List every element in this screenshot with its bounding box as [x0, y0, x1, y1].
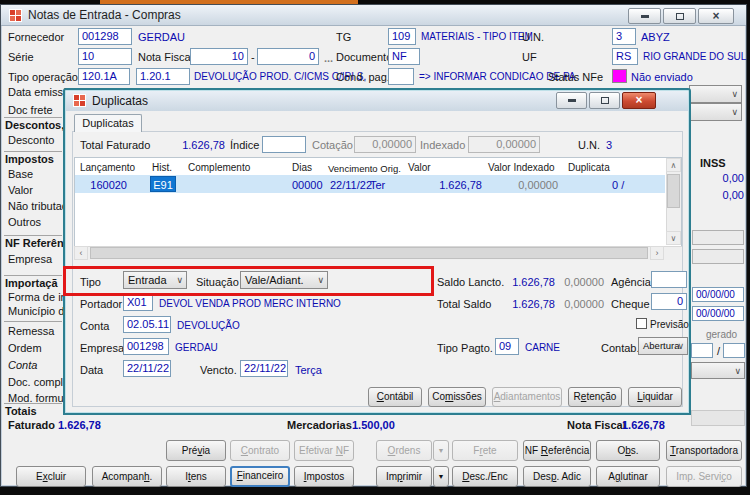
horizontal-scroll-thumb[interactable]: [90, 247, 648, 259]
dialog-maximize-button[interactable]: [589, 92, 620, 109]
cheque-input[interactable]: 0: [651, 293, 687, 310]
status-nfe-text: Não enviado: [631, 71, 693, 83]
cond-pag-label: Cond. pag.: [336, 71, 390, 83]
cell-hist-editor[interactable]: E91: [150, 176, 176, 192]
imprimir-dropdown-button[interactable]: ▼: [433, 466, 449, 487]
chevron-up-icon: ∧: [671, 161, 677, 170]
serie-label: Série: [8, 51, 34, 63]
aglutinar-button[interactable]: Aglutinar: [596, 466, 660, 487]
tipo-operacao-input2[interactable]: 1.20.1: [136, 68, 190, 85]
data-emissao-combo[interactable]: ∨: [689, 85, 742, 103]
tab-duplicatas[interactable]: Duplicatas: [74, 114, 142, 132]
adiantamentos-button[interactable]: Adiantamentos: [492, 387, 562, 407]
cell-valor: 1.626,78: [420, 179, 482, 191]
scroll-down-button[interactable]: ∨: [666, 231, 681, 245]
dialog-close-button[interactable]: ×: [622, 92, 656, 109]
doc-frete-combo[interactable]: ∨: [689, 103, 742, 121]
nota-fiscal-more-button[interactable]: ...: [324, 52, 333, 64]
dialog-un-label: U.N.: [578, 139, 600, 151]
minimize-button[interactable]: [628, 8, 661, 24]
cond-pag-input[interactable]: [388, 68, 414, 85]
uf-input[interactable]: RS: [612, 48, 638, 65]
desp-adic-button[interactable]: Desp. Adic: [523, 466, 591, 487]
serie-input[interactable]: 10: [78, 48, 132, 65]
scroll-up-button[interactable]: ∧: [666, 158, 681, 172]
right-combo[interactable]: ∨: [691, 362, 745, 379]
close-icon: ×: [712, 9, 719, 23]
frete-button[interactable]: Frete: [452, 440, 518, 461]
right-date-2[interactable]: 00/00/00: [692, 306, 744, 321]
vencto-input[interactable]: 22/11/22: [240, 360, 288, 377]
close-button[interactable]: ×: [698, 8, 734, 24]
previsao-checkbox[interactable]: [636, 318, 647, 329]
transportadora-button[interactable]: Transportadora: [666, 440, 742, 461]
retencao-button[interactable]: Retenção: [568, 387, 622, 407]
imprimir-button[interactable]: Imprimir: [376, 466, 432, 487]
desc-enc-button[interactable]: Desc./Enc: [452, 466, 518, 487]
scroll-left-button[interactable]: ‹: [74, 246, 88, 260]
right-field-1[interactable]: [692, 230, 744, 245]
inss-value-2: 0,00: [700, 189, 744, 201]
imp-servico-button[interactable]: Imp. Serviço: [666, 466, 742, 487]
indice-input[interactable]: [262, 136, 306, 153]
doc-frete-label: Doc frete: [8, 104, 53, 116]
data-input[interactable]: 22/11/22: [123, 360, 171, 377]
chevron-right-icon: ›: [656, 248, 659, 258]
scroll-right-button[interactable]: ›: [650, 246, 664, 260]
documento-input[interactable]: NF: [388, 48, 420, 65]
ordens-dropdown-button[interactable]: ▼: [433, 440, 449, 461]
sidebar-item-base: Base: [8, 168, 33, 180]
maximize-button[interactable]: [663, 8, 696, 24]
right-field-3[interactable]: [691, 343, 713, 358]
sidebar-item-valor: Valor: [8, 184, 33, 196]
totais-header: Totais: [5, 405, 37, 417]
conta-input[interactable]: 02.05.11: [123, 316, 171, 333]
col-duplicata: Duplicata: [568, 162, 610, 173]
empresa-input[interactable]: 001298: [123, 338, 169, 355]
chevron-down-icon: ∨: [731, 86, 738, 102]
excluir-button[interactable]: Excluir: [16, 466, 86, 487]
dialog-icon: [73, 94, 86, 107]
contab-select[interactable]: Abertura∨: [638, 337, 688, 355]
portador-input[interactable]: X01: [123, 294, 153, 311]
comissoes-button[interactable]: Comissões: [428, 387, 486, 407]
acompanhamento-button[interactable]: Acompanh.: [92, 466, 162, 487]
right-field-2[interactable]: [692, 249, 744, 264]
cotacao-label: Cotação: [312, 139, 353, 151]
maximize-icon: [601, 97, 609, 104]
tipo-pagto-input[interactable]: 09: [495, 338, 519, 355]
agencia-input[interactable]: [651, 271, 687, 288]
un-input[interactable]: 3: [612, 28, 636, 45]
right-field-4[interactable]: [723, 343, 745, 358]
sidebar-group-descontos: Descontos,: [5, 119, 64, 131]
tg-label: TG: [336, 31, 351, 43]
indice-label: Índice: [230, 139, 259, 151]
financeiro-button[interactable]: Financeiro: [230, 466, 290, 487]
impostos-button[interactable]: Impostos: [294, 466, 354, 487]
cell-dia-semana: Ter: [370, 179, 385, 191]
mercadorias-label: Mercadorias: [287, 419, 352, 431]
efetivar-nf-button[interactable]: Efetivar NF: [294, 440, 354, 461]
vertical-scroll-thumb[interactable]: [667, 174, 680, 208]
previa-button[interactable]: Prévia: [166, 440, 226, 461]
tipo-operacao-label: Tipo operação: [8, 71, 78, 83]
ordens-button[interactable]: Ordens: [376, 440, 432, 461]
itens-button[interactable]: Itens: [166, 466, 226, 487]
contabil-button[interactable]: Contábil: [368, 387, 422, 407]
nota-fiscal-sufix-input[interactable]: 0: [257, 48, 319, 65]
nf-referencia-button[interactable]: NF Referência: [523, 440, 591, 461]
contrato-button[interactable]: Contrato: [230, 440, 290, 461]
col-valor-indexado: Valor Indexado: [488, 162, 555, 173]
tg-input[interactable]: 109: [388, 28, 416, 45]
tipo-operacao-input1[interactable]: 120.1A: [78, 68, 130, 85]
saldo-lancto-value: 1.626,78: [500, 276, 555, 288]
dialog-minimize-button[interactable]: [556, 92, 587, 109]
sidebar-item-empresa: Empresa: [8, 253, 52, 265]
right-date-1[interactable]: 00/00/00: [692, 287, 744, 302]
liquidar-button[interactable]: Liquidar: [628, 387, 682, 407]
nota-fiscal-input[interactable]: 10: [190, 48, 248, 65]
obs-button[interactable]: Obs.: [596, 440, 660, 461]
chevron-down-icon: ∨: [734, 363, 741, 378]
fornecedor-input[interactable]: 001298: [78, 28, 132, 45]
minimize-icon: [641, 15, 649, 18]
